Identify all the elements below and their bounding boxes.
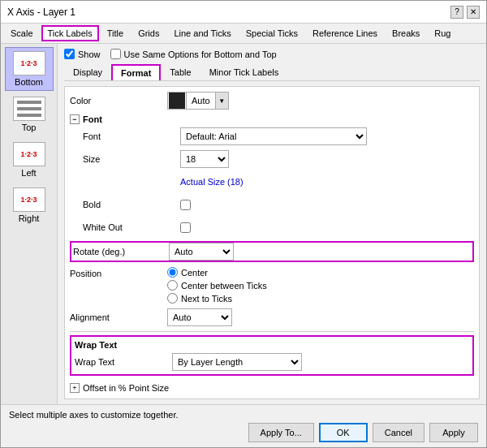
sidebar-item-left[interactable]: 1·2·3 Left bbox=[5, 138, 54, 182]
show-checkbox[interactable] bbox=[64, 49, 75, 59]
tab-table[interactable]: Table bbox=[161, 64, 200, 80]
bottom-icon: 1·2·3 bbox=[13, 51, 45, 75]
bottom-label: Bottom bbox=[15, 77, 43, 87]
position-between-radio[interactable] bbox=[167, 280, 178, 291]
same-options-checkbox[interactable] bbox=[110, 49, 121, 59]
actual-size-link[interactable]: Actual Size (18) bbox=[180, 177, 244, 187]
ok-button[interactable]: OK bbox=[319, 423, 368, 442]
position-next-label[interactable]: Next to Ticks bbox=[167, 293, 267, 304]
menu-grids[interactable]: Grids bbox=[131, 25, 166, 41]
window-title: X Axis - Layer 1 bbox=[7, 6, 75, 18]
right-label: Right bbox=[19, 213, 40, 223]
wrap-text-section: Wrap Text Wrap Text By Layer Length None… bbox=[70, 335, 474, 376]
close-button[interactable]: ✕ bbox=[467, 6, 480, 19]
font-section-toggle[interactable]: − bbox=[70, 114, 80, 124]
separator-1 bbox=[70, 331, 474, 332]
color-button[interactable]: Auto ▼ bbox=[167, 92, 229, 110]
main-window: X Axis - Layer 1 ? ✕ Scale Tick Labels T… bbox=[0, 0, 487, 448]
position-row: Position Center Center between Ticks bbox=[70, 267, 474, 304]
position-between-text: Center between Ticks bbox=[181, 281, 267, 291]
offset-label: Offset in % Point Size bbox=[83, 383, 169, 393]
rotate-label: Rotate (deg.) bbox=[71, 247, 169, 256]
same-options-checkbox-label[interactable]: Use Same Options for Bottom and Top bbox=[110, 49, 277, 59]
wrap-text-select[interactable]: By Layer Length None Custom bbox=[172, 353, 302, 371]
color-row: Color Auto ▼ bbox=[70, 92, 474, 110]
white-out-checkbox[interactable] bbox=[180, 222, 191, 233]
form-content: Color Auto ▼ − Font Font bbox=[64, 86, 480, 399]
title-bar: X Axis - Layer 1 ? ✕ bbox=[1, 1, 486, 24]
position-center-radio[interactable] bbox=[167, 267, 178, 278]
position-between-label[interactable]: Center between Ticks bbox=[167, 280, 267, 291]
menu-scale[interactable]: Scale bbox=[4, 25, 40, 41]
bold-label: Bold bbox=[83, 200, 180, 209]
white-out-label: White Out bbox=[83, 222, 180, 232]
menu-line-ticks[interactable]: Line and Ticks bbox=[167, 25, 237, 41]
cancel-button[interactable]: Cancel bbox=[373, 423, 425, 442]
color-value: Auto bbox=[186, 93, 215, 109]
font-section-header: − Font bbox=[70, 114, 474, 124]
actual-size-row: Actual Size (18) bbox=[83, 173, 474, 191]
left-icon: 1·2·3 bbox=[13, 142, 45, 166]
wrap-section-header: Wrap Text bbox=[75, 340, 469, 350]
tab-minor-tick-labels[interactable]: Minor Tick Labels bbox=[200, 64, 288, 80]
sidebar: 1·2·3 Bottom Top 1·2·3 Left bbox=[1, 44, 58, 404]
color-dropdown-arrow[interactable]: ▼ bbox=[215, 93, 228, 109]
offset-row: + Offset in % Point Size bbox=[70, 379, 474, 397]
wrap-text-row: Wrap Text By Layer Length None Custom bbox=[75, 353, 469, 371]
alignment-select[interactable]: Auto bbox=[167, 308, 232, 326]
color-label: Color bbox=[70, 96, 167, 106]
apply-button[interactable]: Apply bbox=[429, 423, 478, 442]
main-panel: Show Use Same Options for Bottom and Top… bbox=[58, 44, 486, 404]
tab-display[interactable]: Display bbox=[64, 64, 111, 80]
font-row: Font Default: Arial bbox=[83, 127, 474, 145]
sidebar-item-top[interactable]: Top bbox=[5, 93, 54, 136]
content-area: 1·2·3 Bottom Top 1·2·3 Left bbox=[1, 44, 486, 404]
options-checkboxes: Show Use Same Options for Bottom and Top bbox=[64, 49, 480, 59]
bold-row: Bold bbox=[83, 196, 474, 213]
menu-special-ticks[interactable]: Special Ticks bbox=[239, 25, 304, 41]
position-center-text: Center bbox=[181, 268, 208, 278]
font-section-content: Font Default: Arial Size 18 bbox=[70, 127, 474, 236]
rotate-row: Rotate (deg.) Auto bbox=[70, 241, 474, 262]
rotate-highlight-box: Rotate (deg.) Auto bbox=[70, 241, 474, 262]
menu-reference-lines[interactable]: Reference Lines bbox=[306, 25, 384, 41]
position-center-label[interactable]: Center bbox=[167, 267, 267, 278]
size-select[interactable]: 18 bbox=[180, 150, 229, 168]
same-options-label: Use Same Options for Bottom and Top bbox=[124, 50, 277, 59]
rotate-select[interactable]: Auto bbox=[169, 243, 234, 261]
size-label: Size bbox=[83, 154, 180, 164]
white-out-row: White Out bbox=[83, 218, 474, 236]
alignment-label: Alignment bbox=[70, 312, 167, 322]
alignment-row: Alignment Auto bbox=[70, 308, 474, 326]
top-icon bbox=[13, 97, 45, 121]
help-button[interactable]: ? bbox=[450, 6, 463, 19]
color-swatch bbox=[169, 93, 185, 109]
menu-tick-labels[interactable]: Tick Labels bbox=[41, 25, 99, 41]
sidebar-item-bottom[interactable]: 1·2·3 Bottom bbox=[5, 47, 54, 91]
right-icon: 1·2·3 bbox=[13, 187, 45, 212]
tab-format[interactable]: Format bbox=[111, 64, 161, 80]
menu-breaks[interactable]: Breaks bbox=[386, 25, 426, 41]
apply-to-button[interactable]: Apply To... bbox=[248, 423, 314, 442]
size-row: Size 18 bbox=[83, 150, 474, 168]
top-label: Top bbox=[22, 123, 37, 132]
font-select[interactable]: Default: Arial bbox=[180, 127, 367, 145]
sidebar-item-right[interactable]: 1·2·3 Right bbox=[5, 183, 54, 227]
menu-bar: Scale Tick Labels Title Grids Line and T… bbox=[1, 24, 486, 44]
font-label: Font bbox=[83, 131, 180, 141]
window-controls: ? ✕ bbox=[450, 6, 480, 19]
show-checkbox-label[interactable]: Show bbox=[64, 49, 101, 59]
show-label: Show bbox=[78, 50, 101, 59]
left-label: Left bbox=[21, 168, 36, 178]
wrap-text-label: Wrap Text bbox=[75, 357, 172, 367]
button-row: Apply To... OK Cancel Apply bbox=[9, 423, 478, 442]
menu-title[interactable]: Title bbox=[101, 25, 130, 41]
offset-toggle[interactable]: + bbox=[70, 383, 80, 393]
font-section-label: Font bbox=[83, 114, 102, 124]
position-next-radio[interactable] bbox=[167, 293, 178, 304]
status-text: Select multiple axes to customize togeth… bbox=[9, 410, 478, 420]
bold-checkbox[interactable] bbox=[180, 200, 191, 210]
menu-rug[interactable]: Rug bbox=[428, 25, 457, 41]
position-radio-group: Center Center between Ticks Next to Tick… bbox=[167, 267, 267, 304]
wrap-section-label: Wrap Text bbox=[75, 340, 117, 350]
